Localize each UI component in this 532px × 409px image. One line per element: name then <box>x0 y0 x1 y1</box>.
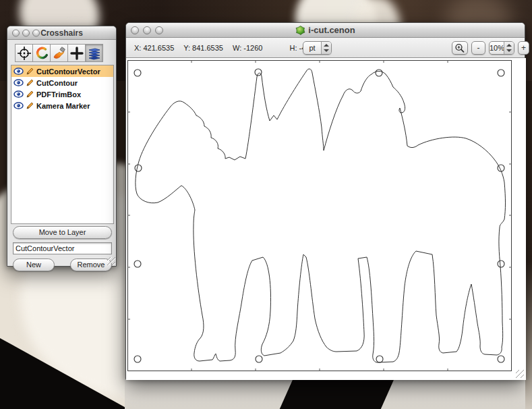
page-border <box>128 61 512 371</box>
palette-resize-grip[interactable] <box>107 257 115 265</box>
window-resize-grip[interactable] <box>516 370 524 378</box>
new-layer-button[interactable]: New <box>13 258 55 271</box>
drawing-canvas[interactable] <box>126 58 526 380</box>
layer-name: CutContour <box>36 79 78 87</box>
document-toolbar: X: 421.6535 Y: 841.6535 W: -1260 H: -432… <box>126 38 525 58</box>
document-titlebar[interactable]: i-cut.cenon <box>126 23 525 38</box>
layers-icon <box>87 46 102 61</box>
layer-name: CutContourVector <box>36 67 100 76</box>
coord-y: Y: 841.6535 <box>183 44 223 52</box>
layer-name-input[interactable] <box>13 242 112 254</box>
layer-row-kamera-marker[interactable]: Kamera Marker <box>11 100 113 111</box>
magnifier-plus-icon <box>454 43 465 53</box>
unit-popup[interactable]: pt <box>303 41 332 55</box>
palette-titlebar[interactable]: Crosshairs <box>7 26 116 40</box>
layers-tool-button[interactable] <box>85 44 103 62</box>
layer-name: Kamera Marker <box>36 102 90 110</box>
coord-w: W: -1260 <box>233 44 262 52</box>
coordinate-readout: X: 421.6535 Y: 841.6535 W: -1260 H: -432… <box>134 44 326 52</box>
rotate-color-tool-button[interactable] <box>32 44 51 62</box>
zoom-stepper[interactable] <box>504 42 514 54</box>
layer-row-cutcontour[interactable]: CutContour <box>11 77 113 88</box>
palette-toolbar <box>16 44 103 62</box>
zoom-level-popup[interactable]: 10% <box>489 41 514 55</box>
document-title: i-cut.cenon <box>308 25 355 35</box>
background-photo-right <box>525 81 532 409</box>
zoom-level-value: 10% <box>490 42 504 54</box>
add-point-tool-button[interactable] <box>67 44 86 62</box>
layer-editable-pencil-icon[interactable] <box>26 101 34 110</box>
layer-visible-eye-icon[interactable] <box>13 102 24 109</box>
rotate-color-icon <box>34 46 49 61</box>
background-dark-band <box>280 378 394 409</box>
layer-editable-pencil-icon[interactable] <box>26 90 34 99</box>
zoom-out-button[interactable]: - <box>471 41 485 55</box>
crosshair-icon <box>17 46 32 61</box>
coord-x: X: 421.6535 <box>134 44 174 52</box>
layer-row-pdftrimbox[interactable]: PDFTrimBox <box>11 88 113 100</box>
cenon-doc-icon <box>295 26 305 35</box>
layer-row-cutcontourvector[interactable]: CutContourVector <box>11 65 113 77</box>
cut-contour-drawing <box>127 60 512 371</box>
move-to-layer-button[interactable]: Move to Layer <box>13 226 112 239</box>
layer-visible-eye-icon[interactable] <box>13 79 24 86</box>
layer-editable-pencil-icon[interactable] <box>26 67 34 76</box>
crosshair-tool-button[interactable] <box>15 44 33 62</box>
unit-stepper[interactable] <box>321 42 331 54</box>
airbrush-tool-button[interactable] <box>50 44 68 62</box>
layer-editable-pencil-icon[interactable] <box>26 78 34 87</box>
layer-visible-eye-icon[interactable] <box>13 67 24 75</box>
crosshairs-palette-window: Crosshairs <box>7 26 117 267</box>
magnify-tool-button[interactable] <box>452 41 468 55</box>
document-window: i-cut.cenon X: 421.6535 Y: 841.6535 W: -… <box>125 22 525 379</box>
unit-value: pt <box>303 42 321 54</box>
airbrush-icon <box>52 46 67 61</box>
palette-title: Crosshairs <box>7 28 116 38</box>
zoom-in-button[interactable]: + <box>518 41 529 55</box>
remove-layer-button[interactable]: Remove <box>70 258 112 271</box>
layer-visible-eye-icon[interactable] <box>13 90 24 98</box>
plus-cursor-icon <box>69 46 84 61</box>
layer-list[interactable]: CutContourVector CutContour PDFTrimBox K… <box>11 65 114 224</box>
layer-name: PDFTrimBox <box>36 90 81 99</box>
